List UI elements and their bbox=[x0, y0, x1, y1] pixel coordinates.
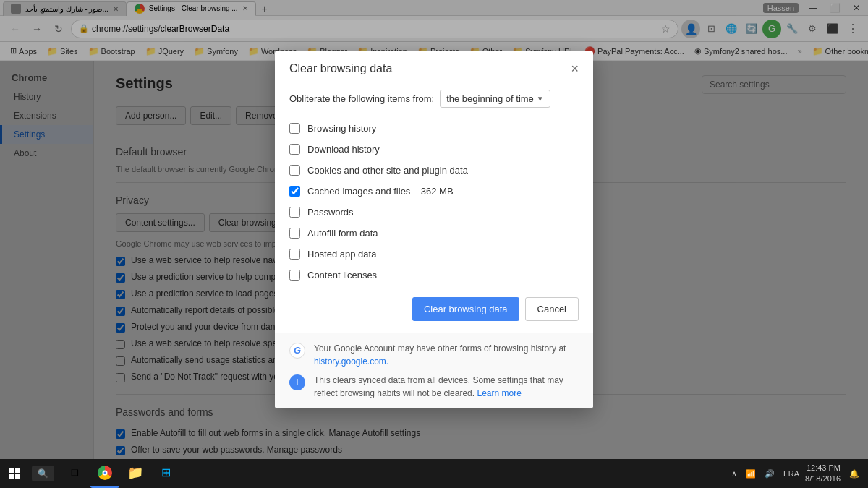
checkbox-content-licenses-label: Content licenses bbox=[307, 270, 377, 281]
info-text-1: Your Google Account may have other forms… bbox=[314, 342, 579, 368]
clear-browsing-data-btn[interactable]: Clear browsing data bbox=[412, 297, 519, 321]
taskbar-items: ❑ 📁 ⊞ bbox=[60, 459, 180, 488]
checkbox-hosted-label: Hosted app data bbox=[307, 249, 376, 260]
taskbar-clock: 12:43 PM 8/18/2016 bbox=[805, 463, 843, 485]
taskbar: 🔍 ❑ 📁 ⊞ ∧ 📶 🔊 FRA 12:43 PM 8/18/2016 🔔 bbox=[0, 459, 868, 488]
history-google-link[interactable]: history.google.com. bbox=[314, 356, 388, 367]
dialog-body: Obliterate the following items from: the… bbox=[275, 82, 593, 286]
checkbox-content-licenses[interactable] bbox=[289, 270, 300, 281]
dialog-close-btn[interactable]: × bbox=[571, 62, 579, 75]
checkbox-browsing-label: Browsing history bbox=[307, 123, 376, 134]
checkbox-hosted-app[interactable] bbox=[289, 249, 300, 260]
dialog-actions: Clear browsing data Cancel bbox=[275, 286, 593, 333]
learn-more-link-2[interactable]: Learn more bbox=[477, 388, 521, 398]
checkbox-autofill[interactable] bbox=[289, 228, 300, 239]
checkbox-passwords[interactable] bbox=[289, 207, 300, 218]
dialog-check-content-licenses: Content licenses bbox=[289, 265, 579, 286]
taskbar-date: 8/18/2016 bbox=[805, 474, 841, 484]
clear-browsing-dialog: Clear browsing data × Obliterate the fol… bbox=[275, 51, 593, 408]
info-row-1: G Your Google Account may have other for… bbox=[289, 342, 579, 368]
dialog-check-cache: Cached images and files – 362 MB bbox=[289, 181, 579, 202]
dialog-overlay: Clear browsing data × Obliterate the fol… bbox=[0, 0, 868, 459]
taskbar-windows-store[interactable]: ⊞ bbox=[151, 459, 180, 488]
start-btn[interactable] bbox=[0, 459, 29, 488]
info-row-2: i This clears synced data from all devic… bbox=[289, 374, 579, 400]
taskbar-task-view[interactable]: ❑ bbox=[60, 459, 89, 488]
dialog-check-browsing: Browsing history bbox=[289, 118, 579, 139]
volume-icon[interactable]: 🔊 bbox=[762, 468, 778, 480]
checkbox-autofill-label: Autofill form data bbox=[307, 228, 378, 239]
dialog-info-section: G Your Google Account may have other for… bbox=[275, 333, 593, 408]
system-tray: ∧ bbox=[728, 468, 740, 480]
cancel-btn[interactable]: Cancel bbox=[525, 297, 579, 321]
dialog-check-cookies: Cookies and other site and plugin data bbox=[289, 160, 579, 181]
dialog-title: Clear browsing data bbox=[289, 62, 392, 75]
obliterate-label: Obliterate the following items from: bbox=[289, 93, 434, 104]
taskbar-search-bar[interactable]: 🔍 bbox=[32, 466, 54, 481]
checkbox-passwords-label: Passwords bbox=[307, 207, 354, 218]
time-range-dropdown[interactable]: the beginning of time ▼ bbox=[440, 90, 550, 108]
dialog-check-hosted: Hosted app data bbox=[289, 244, 579, 265]
taskbar-file-explorer[interactable]: 📁 bbox=[121, 459, 150, 488]
google-icon: G bbox=[289, 343, 305, 359]
taskbar-right: ∧ 📶 🔊 FRA 12:43 PM 8/18/2016 🔔 bbox=[728, 463, 868, 485]
network-icon[interactable]: 📶 bbox=[743, 468, 759, 480]
checkbox-cookies-label: Cookies and other site and plugin data bbox=[307, 165, 468, 176]
taskbar-time: 12:43 PM bbox=[805, 463, 841, 474]
checkbox-cookies[interactable] bbox=[289, 165, 300, 176]
taskbar-chrome[interactable] bbox=[90, 459, 119, 488]
checkbox-download-label: Download history bbox=[307, 144, 380, 155]
checkbox-browsing-history[interactable] bbox=[289, 123, 300, 134]
checkbox-cache-label: Cached images and files – 362 MB bbox=[307, 186, 454, 197]
dropdown-value: the beginning of time bbox=[446, 93, 534, 104]
info-text-2: This clears synced data from all devices… bbox=[314, 374, 579, 400]
checkbox-download-history[interactable] bbox=[289, 144, 300, 155]
dialog-check-autofill: Autofill form data bbox=[289, 223, 579, 244]
dialog-header: Clear browsing data × bbox=[275, 51, 593, 82]
obliterate-row: Obliterate the following items from: the… bbox=[289, 90, 579, 108]
notifications-icon[interactable]: 🔔 bbox=[846, 468, 862, 480]
dialog-check-passwords: Passwords bbox=[289, 202, 579, 223]
language-indicator[interactable]: FRA bbox=[780, 468, 802, 479]
taskbar-search-icon: 🔍 bbox=[38, 468, 48, 479]
checkbox-cache[interactable] bbox=[289, 186, 300, 197]
dialog-check-download: Download history bbox=[289, 139, 579, 160]
dropdown-arrow-icon: ▼ bbox=[537, 95, 544, 103]
info-icon: i bbox=[289, 374, 305, 390]
